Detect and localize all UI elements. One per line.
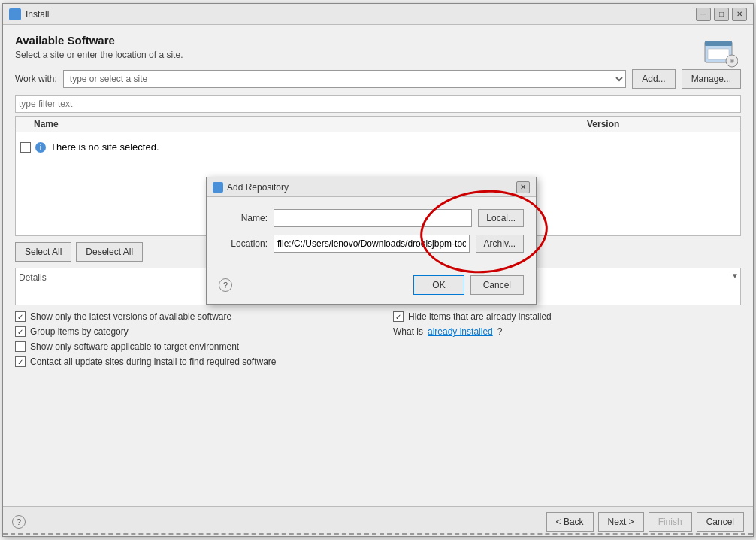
no-site-message: There is no site selected. bbox=[50, 141, 159, 153]
work-with-row: Work with: type or select a site Add... … bbox=[15, 69, 741, 89]
dialog-ok-button[interactable]: OK bbox=[413, 275, 464, 295]
option-hide-installed-checkbox[interactable]: ✓ bbox=[393, 311, 404, 322]
dialog-name-row: Name: Local... bbox=[219, 209, 524, 227]
option-hide-installed: ✓ Hide items that are already installed bbox=[393, 311, 741, 322]
svg-point-5 bbox=[731, 60, 733, 62]
option-group-category-label: Group items by category bbox=[30, 326, 129, 337]
options-col-right: ✓ Hide items that are already installed … bbox=[393, 311, 741, 367]
dialog-name-label: Name: bbox=[219, 213, 268, 223]
next-button[interactable]: Next > bbox=[598, 512, 644, 532]
add-repository-dialog: Add Repository ✕ Name: Local... Location… bbox=[206, 177, 537, 305]
window-icon bbox=[9, 8, 21, 20]
no-site-checkbox[interactable] bbox=[20, 142, 31, 153]
option-target-env: Show only software applicable to target … bbox=[15, 341, 363, 352]
maximize-button[interactable]: □ bbox=[714, 8, 729, 21]
dialog-close-button[interactable]: ✕ bbox=[516, 181, 530, 193]
help-icon[interactable]: ? bbox=[12, 515, 26, 529]
title-bar: Install ─ □ ✕ bbox=[3, 4, 753, 25]
dialog-footer: ? OK Cancel bbox=[207, 269, 536, 304]
close-button[interactable]: ✕ bbox=[732, 8, 747, 21]
option-latest-versions: ✓ Show only the latest versions of avail… bbox=[15, 311, 363, 322]
option-target-env-checkbox[interactable] bbox=[15, 341, 26, 352]
option-group-category-checkbox[interactable]: ✓ bbox=[15, 326, 26, 337]
cancel-button[interactable]: Cancel bbox=[697, 512, 744, 532]
page-title: Available Software bbox=[15, 34, 741, 47]
svg-rect-2 bbox=[708, 49, 729, 59]
column-version: Version bbox=[587, 119, 737, 129]
no-site-row: i There is no site selected. bbox=[20, 138, 736, 156]
page-subtitle: Select a site or enter the location of a… bbox=[15, 50, 741, 60]
local-button[interactable]: Local... bbox=[478, 209, 524, 227]
footer-left: ? bbox=[12, 515, 26, 529]
table-header: Name Version bbox=[16, 117, 740, 132]
main-window: Install ─ □ ✕ Available Software Select … bbox=[2, 3, 754, 537]
dialog-name-input[interactable] bbox=[274, 209, 472, 227]
dialog-cancel-button[interactable]: Cancel bbox=[470, 275, 524, 295]
option-latest-versions-checkbox[interactable]: ✓ bbox=[15, 311, 26, 322]
option-already-installed-prefix: What is bbox=[393, 326, 423, 337]
work-with-select[interactable]: type or select a site bbox=[63, 70, 626, 88]
svg-rect-1 bbox=[705, 41, 732, 46]
option-already-installed-suffix: ? bbox=[497, 326, 503, 337]
option-target-env-label: Show only software applicable to target … bbox=[30, 341, 239, 352]
option-hide-installed-label: Hide items that are already installed bbox=[408, 311, 552, 322]
manage-button[interactable]: Manage... bbox=[682, 69, 741, 89]
column-name: Name bbox=[19, 119, 587, 129]
deselect-all-button[interactable]: Deselect All bbox=[76, 242, 143, 262]
filter-input[interactable] bbox=[15, 95, 741, 113]
option-already-installed-row: What is already installed ? bbox=[393, 326, 741, 337]
dialog-location-input[interactable] bbox=[274, 235, 470, 253]
minimize-button[interactable]: ─ bbox=[696, 8, 711, 21]
work-with-label: Work with: bbox=[15, 74, 57, 84]
footer-right: < Back Next > Finish Cancel bbox=[546, 512, 744, 532]
dialog-location-row: Location: Archiv... bbox=[219, 235, 524, 253]
dialog-footer-right: OK Cancel bbox=[413, 275, 524, 295]
option-group-category: ✓ Group items by category bbox=[15, 326, 363, 337]
archive-button[interactable]: Archiv... bbox=[476, 235, 524, 253]
option-contact-sites-label: Contact all update sites during install … bbox=[30, 356, 277, 367]
title-controls: ─ □ ✕ bbox=[696, 8, 747, 21]
option-contact-sites: ✓ Contact all update sites during instal… bbox=[15, 356, 363, 367]
option-contact-sites-checkbox[interactable]: ✓ bbox=[15, 356, 26, 367]
back-button[interactable]: < Back bbox=[546, 512, 594, 532]
dialog-body: Name: Local... Location: Archiv... bbox=[207, 197, 536, 269]
window-footer: ? < Back Next > Finish Cancel bbox=[3, 506, 753, 536]
option-latest-versions-label: Show only the latest versions of availab… bbox=[30, 311, 231, 322]
header-icon bbox=[702, 32, 738, 68]
select-all-button[interactable]: Select All bbox=[15, 242, 71, 262]
options-col-left: ✓ Show only the latest versions of avail… bbox=[15, 311, 363, 367]
dialog-icon bbox=[213, 182, 223, 193]
scroll-arrow[interactable]: ▼ bbox=[731, 272, 739, 280]
dialog-location-label: Location: bbox=[219, 238, 268, 249]
dialog-title-bar: Add Repository ✕ bbox=[207, 177, 536, 197]
table-body: i There is no site selected. bbox=[16, 132, 740, 162]
finish-button[interactable]: Finish bbox=[649, 512, 692, 532]
add-button[interactable]: Add... bbox=[632, 69, 675, 89]
details-label: Details bbox=[19, 272, 47, 283]
bottom-dashes bbox=[3, 533, 753, 536]
info-icon: i bbox=[35, 142, 46, 153]
options-section: ✓ Show only the latest versions of avail… bbox=[15, 311, 741, 367]
already-installed-link[interactable]: already installed bbox=[428, 326, 493, 337]
dialog-title: Add Repository bbox=[227, 182, 516, 193]
dialog-help-icon[interactable]: ? bbox=[219, 278, 232, 292]
window-title: Install bbox=[26, 9, 696, 20]
